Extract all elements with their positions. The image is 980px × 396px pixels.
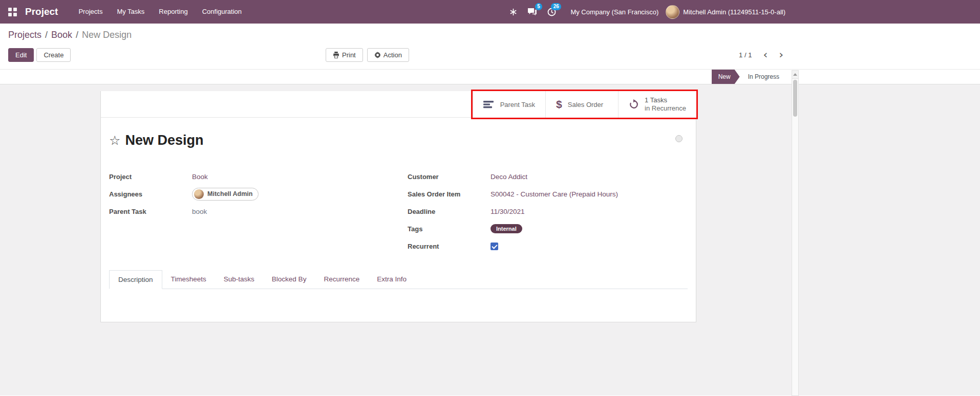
stat-button-label: Sales Order bbox=[568, 101, 603, 108]
assignee-name: Mitchell Admin bbox=[207, 190, 252, 197]
recurrent-checkbox[interactable] bbox=[491, 243, 498, 250]
main-menu: Projects My Tasks Reporting Configuratio… bbox=[71, 0, 249, 24]
stage-new[interactable]: New bbox=[712, 70, 740, 84]
apps-grid-icon[interactable] bbox=[8, 8, 17, 16]
button-box-row: Parent Task $ Sales Order 1 Tasks in Rec… bbox=[101, 91, 696, 118]
gear-icon bbox=[374, 52, 381, 58]
breadcrumb-current: New Design bbox=[82, 30, 132, 40]
nav-item-reporting[interactable]: Reporting bbox=[152, 0, 195, 24]
edit-button[interactable]: Edit bbox=[8, 48, 34, 62]
vertical-scrollbar[interactable] bbox=[792, 70, 799, 396]
chevron-right-icon: › bbox=[779, 48, 783, 61]
stat-button-box: Parent Task $ Sales Order 1 Tasks in Rec… bbox=[473, 91, 696, 118]
parent-task-stat-button[interactable]: Parent Task bbox=[473, 91, 545, 118]
pager-previous-button[interactable]: ‹ bbox=[763, 50, 768, 60]
field-label-parent-task: Parent Task bbox=[109, 208, 192, 215]
task-title: New Design bbox=[125, 133, 203, 148]
field-label-recurrent: Recurrent bbox=[408, 243, 491, 250]
recurrence-count: 1 Tasks bbox=[645, 96, 686, 104]
breadcrumb-separator: / bbox=[76, 30, 78, 40]
tasks-icon bbox=[483, 100, 495, 108]
top-navbar: Project Projects My Tasks Reporting Conf… bbox=[0, 0, 980, 24]
tab-description[interactable]: Description bbox=[109, 270, 162, 289]
scrollbar-thumb[interactable] bbox=[793, 80, 797, 117]
assignee-avatar bbox=[194, 189, 204, 199]
field-label-assignees: Assignees bbox=[109, 190, 192, 198]
stat-button-label: 1 Tasks in Recurrence bbox=[645, 96, 686, 113]
form-view-background: Parent Task $ Sales Order 1 Tasks in Rec… bbox=[0, 84, 980, 395]
tab-timesheets[interactable]: Timesheets bbox=[162, 270, 215, 289]
stage-in-progress[interactable]: In Progress bbox=[740, 70, 787, 84]
favorite-star-icon[interactable]: ☆ bbox=[109, 134, 120, 147]
tab-sub-tasks[interactable]: Sub-tasks bbox=[215, 270, 263, 289]
kanban-state-icon[interactable] bbox=[675, 135, 683, 142]
app-name[interactable]: Project bbox=[25, 6, 58, 17]
breadcrumb-separator: / bbox=[45, 30, 48, 40]
field-tags: Tags Internal bbox=[408, 220, 688, 237]
nav-item-projects[interactable]: Projects bbox=[71, 0, 110, 24]
description-tab-content[interactable] bbox=[109, 289, 688, 321]
action-label: Action bbox=[384, 51, 402, 59]
field-recurrent: Recurrent bbox=[408, 237, 688, 255]
field-label-project: Project bbox=[109, 173, 192, 181]
field-label-deadline: Deadline bbox=[408, 208, 491, 215]
project-link[interactable]: Book bbox=[192, 173, 208, 181]
notebook-tabs: Description Timesheets Sub-tasks Blocked… bbox=[109, 270, 688, 289]
sales-order-stat-button[interactable]: $ Sales Order bbox=[545, 91, 618, 118]
chevron-left-icon: ‹ bbox=[763, 48, 768, 61]
messages-icon[interactable]: 5 bbox=[522, 8, 542, 16]
assignee-pill[interactable]: Mitchell Admin bbox=[192, 188, 259, 201]
stat-button-label: Parent Task bbox=[500, 101, 535, 108]
deadline-value[interactable]: 11/30/2021 bbox=[491, 208, 525, 215]
breadcrumb-book[interactable]: Book bbox=[51, 30, 72, 40]
user-menu[interactable]: Mitchell Admin (11249511-15-0-all) bbox=[683, 8, 785, 16]
tab-recurrence[interactable]: Recurrence bbox=[315, 270, 368, 289]
field-customer: Customer Deco Addict bbox=[408, 168, 688, 185]
nav-item-my-tasks[interactable]: My Tasks bbox=[110, 0, 152, 24]
tab-extra-info[interactable]: Extra Info bbox=[368, 270, 415, 289]
field-deadline: Deadline 11/30/2021 bbox=[408, 203, 688, 220]
field-label-sales-order-item: Sales Order Item bbox=[408, 190, 491, 198]
customer-link[interactable]: Deco Addict bbox=[491, 173, 527, 181]
refresh-icon bbox=[629, 99, 639, 109]
nav-item-configuration[interactable]: Configuration bbox=[195, 0, 249, 24]
control-panel: Projects/Book/New Design Edit Create Pri… bbox=[0, 24, 980, 69]
print-label: Print bbox=[342, 51, 356, 59]
activities-icon[interactable]: 26 bbox=[542, 8, 561, 16]
field-assignees: Assignees Mitchell Admin bbox=[109, 185, 398, 203]
print-button[interactable]: Print bbox=[326, 48, 363, 62]
field-project: Project Book bbox=[109, 168, 398, 185]
create-button[interactable]: Create bbox=[36, 48, 71, 62]
field-sales-order-item: Sales Order Item S00042 - Customer Care … bbox=[408, 185, 688, 203]
tab-blocked-by[interactable]: Blocked By bbox=[263, 270, 315, 289]
company-switcher[interactable]: My Company (San Francisco) bbox=[570, 8, 658, 16]
field-label-tags: Tags bbox=[408, 225, 491, 233]
field-label-customer: Customer bbox=[408, 173, 491, 181]
breadcrumb-projects[interactable]: Projects bbox=[8, 30, 41, 40]
field-parent-task: Parent Task book bbox=[109, 203, 398, 220]
printer-icon bbox=[333, 52, 339, 58]
user-avatar[interactable] bbox=[666, 5, 679, 19]
recurrence-stat-button[interactable]: 1 Tasks in Recurrence bbox=[618, 91, 696, 118]
action-button[interactable]: Action bbox=[367, 48, 409, 62]
pager-value: 1 / 1 bbox=[739, 51, 752, 59]
activities-badge: 26 bbox=[551, 3, 561, 10]
stage-statusbar: New In Progress bbox=[0, 69, 980, 84]
debug-icon[interactable] bbox=[504, 8, 522, 16]
parent-task-value: book bbox=[192, 208, 207, 215]
field-grid: Project Book Assignees Mitchell Admin Pa… bbox=[109, 168, 688, 255]
tag-internal: Internal bbox=[491, 224, 522, 233]
form-sheet: Parent Task $ Sales Order 1 Tasks in Rec… bbox=[100, 91, 696, 322]
breadcrumb: Projects/Book/New Design bbox=[8, 30, 972, 40]
messages-badge: 5 bbox=[535, 3, 543, 10]
recurrence-caption: in Recurrence bbox=[645, 104, 686, 113]
scroll-up-button[interactable] bbox=[792, 71, 798, 79]
pager-next-button[interactable]: › bbox=[779, 50, 783, 60]
dollar-icon: $ bbox=[556, 98, 562, 111]
sales-order-item-link[interactable]: S00042 - Customer Care (Prepaid Hours) bbox=[491, 190, 618, 198]
